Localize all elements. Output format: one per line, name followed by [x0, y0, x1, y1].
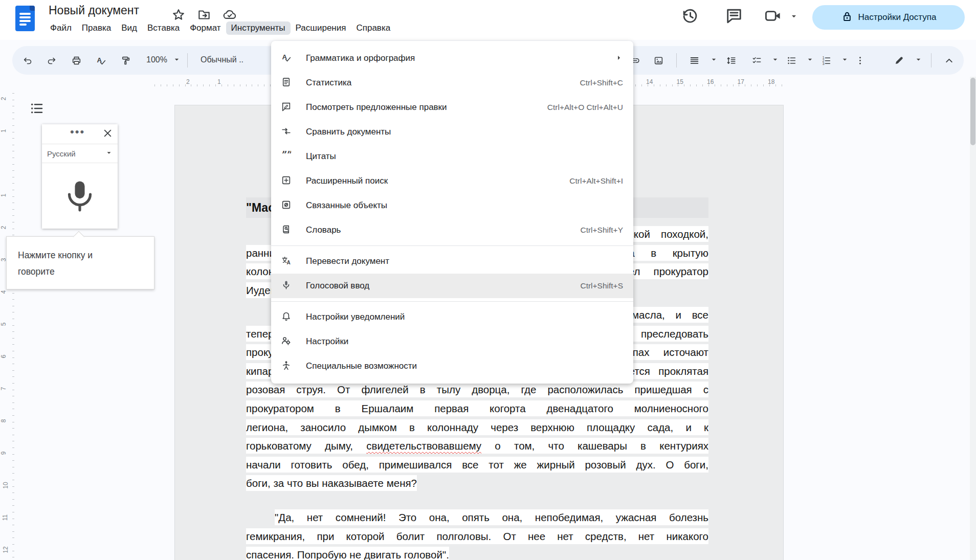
text-line[interactable]: начали готовить обед, примешивался все т… [246, 456, 708, 475]
scrollbar-track[interactable] [970, 77, 976, 560]
paint-format-button[interactable] [121, 56, 130, 67]
menubar-item[interactable]: Файл [45, 21, 77, 35]
menu-item[interactable]: СтатистикаCtrl+Shift+C [271, 71, 633, 95]
editing-mode-button[interactable] [894, 56, 904, 67]
misspelled-word[interactable]: свидетельствовавшему [366, 440, 481, 452]
ruler-tick [12, 512, 14, 512]
ruler-number: 1 [0, 129, 7, 133]
menu-item[interactable]: AПеревести документ [271, 249, 633, 274]
ruler-number: 18 [768, 78, 774, 85]
voice-language-value: Русский [47, 149, 105, 158]
menu-item[interactable]: AГрамматика и орфография [271, 46, 633, 71]
menu-item[interactable]: Посмотреть предложенные правкиCtrl+Alt+O… [271, 95, 633, 120]
menubar-item[interactable]: Справка [351, 21, 395, 35]
menu-item[interactable]: Голосовой вводCtrl+Shift+S [271, 274, 633, 298]
ruler-tick [215, 84, 216, 86]
version-history-icon[interactable] [681, 7, 699, 27]
align-caret-icon[interactable] [710, 56, 718, 64]
ruler-tick [270, 84, 271, 86]
lock-icon [841, 10, 853, 25]
bulleted-list-caret-icon[interactable] [806, 56, 814, 64]
styles-select[interactable]: Обычный .. [201, 55, 243, 64]
ruler-tick [12, 170, 14, 171]
menu-item[interactable]: Настройки уведомлений [271, 305, 633, 329]
document-outline-icon[interactable] [30, 101, 44, 118]
document-title[interactable]: Новый документ [49, 4, 139, 17]
numbered-list-button[interactable]: 123 [822, 56, 831, 67]
accessibility-icon [281, 361, 295, 372]
menu-item[interactable]: Расширенный поискCtrl+Alt+Shift+I [271, 169, 633, 193]
ruler-tick [745, 84, 745, 86]
text-line[interactable]: спасения. Попробую не двигать головой". [246, 546, 708, 560]
text-line[interactable]: легиона, заносило дымком в колоннаду чер… [246, 418, 708, 437]
text-line[interactable]: горьковатому дыму, свидетельствовавшему … [246, 437, 708, 456]
more-options-button[interactable] [855, 56, 865, 67]
menu-item-shortcut: Ctrl+Shift+S [580, 281, 623, 290]
menu-item[interactable]: СловарьCtrl+Shift+Y [271, 218, 633, 242]
insert-image-button[interactable] [654, 56, 663, 67]
ruler-number: 1 [217, 78, 221, 85]
ruler-number: 15 [677, 78, 683, 85]
spellcheck-button[interactable]: A [96, 56, 106, 67]
menubar-item[interactable]: Инструменты [226, 21, 291, 35]
video-call-icon[interactable] [764, 7, 782, 27]
text-line[interactable]: боги, за что вы наказываете меня? [246, 474, 708, 493]
menubar-item[interactable]: Вставка [142, 21, 185, 35]
ruler-tick [12, 492, 14, 493]
menu-item[interactable]: Сравнить документы [271, 120, 633, 144]
editing-mode-caret-icon[interactable] [915, 56, 922, 64]
ruler-tick [12, 338, 14, 339]
ruler-tick [240, 84, 240, 86]
docs-logo[interactable] [15, 6, 35, 31]
redo-button[interactable] [47, 56, 57, 67]
comments-icon[interactable] [725, 7, 743, 27]
print-button[interactable] [72, 56, 81, 67]
menubar-item[interactable]: Расширения [291, 21, 351, 35]
ruler-tick [12, 209, 14, 210]
hide-menus-button[interactable] [944, 56, 954, 67]
menu-divider [271, 301, 633, 302]
menu-item[interactable]: ””Цитаты [271, 144, 633, 169]
text-line[interactable]: "Да, нет сомнений! Это она, опять она, н… [246, 508, 708, 527]
text-line[interactable]: гемикрания, при которой болит полголовы.… [246, 527, 708, 546]
menu-item[interactable]: Настройки [271, 329, 633, 354]
submenu-arrow-icon [615, 54, 623, 63]
ruler-tick [154, 84, 155, 86]
undo-button[interactable] [23, 56, 32, 67]
close-icon[interactable] [103, 128, 113, 140]
word-count-icon [281, 77, 295, 88]
checklist-button[interactable] [752, 56, 762, 67]
ruler-number: 2 [0, 97, 7, 101]
ruler-tick [12, 344, 14, 345]
ruler-tick [179, 84, 180, 86]
menu-item-label: Грамматика и орфография [306, 53, 615, 63]
text-line[interactable]: прокуратором в Ершалаим первая когорта д… [246, 399, 708, 418]
voice-language-dropdown[interactable]: Русский [42, 144, 118, 163]
ruler-number: 6 [0, 355, 7, 359]
scrollbar-thumb[interactable] [970, 78, 975, 145]
menubar-item[interactable]: Вид [116, 21, 142, 35]
align-button[interactable] [690, 56, 699, 67]
menu-item[interactable]: Специальные возможности [271, 354, 633, 378]
video-call-caret-icon[interactable] [790, 12, 798, 22]
ruler-tick [12, 325, 14, 326]
share-button[interactable]: Настройки Доступа [812, 5, 965, 30]
share-button-label: Настройки Доступа [858, 12, 937, 23]
bulleted-list-button[interactable] [787, 56, 796, 67]
toolbar-divider [187, 53, 188, 68]
zoom-select[interactable]: 100% [146, 55, 167, 64]
microphone-button[interactable] [42, 163, 118, 229]
ruler-number: 7 [0, 387, 7, 391]
line-spacing-button[interactable] [726, 56, 736, 67]
more-options-dots-icon[interactable]: ••• [70, 125, 85, 139]
menu-item[interactable]: Связанные объекты [271, 193, 633, 218]
menubar-item[interactable]: Правка [77, 21, 116, 35]
app-window: Новый документ ФайлПравкаВидВставкаФорма… [0, 0, 976, 560]
menubar-item[interactable]: Формат [185, 21, 226, 35]
numbered-list-caret-icon[interactable] [841, 56, 849, 64]
ruler-tick [12, 93, 14, 94]
ruler-tick [12, 357, 14, 358]
ruler-tick [12, 215, 14, 216]
zoom-caret-icon[interactable] [173, 56, 181, 64]
checklist-caret-icon[interactable] [771, 56, 779, 64]
